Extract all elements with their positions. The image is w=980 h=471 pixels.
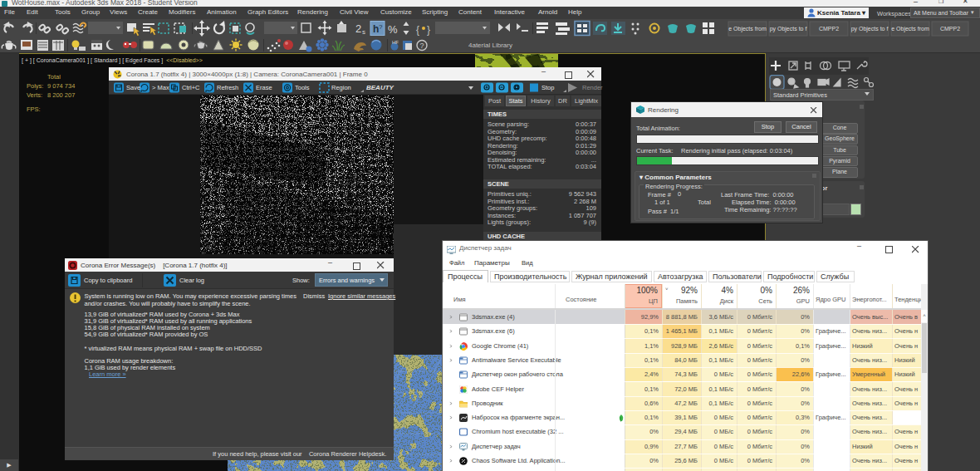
svg-text:2: 2 xyxy=(355,22,361,35)
svg-text:%: % xyxy=(388,23,398,36)
svg-text:py Objects to f: py Objects to f xyxy=(770,26,807,32)
svg-text:py Objects to f: py Objects to f xyxy=(851,26,889,32)
svg-text:s: s xyxy=(362,28,365,36)
svg-text:?: ? xyxy=(420,42,424,50)
svg-text:CMPP2: CMPP2 xyxy=(819,26,839,32)
svg-text:}: } xyxy=(427,24,430,36)
svg-text:{: { xyxy=(416,24,419,36)
svg-text:HF: HF xyxy=(392,40,399,45)
svg-text:e Objects from: e Objects from xyxy=(728,26,767,32)
svg-text:?: ? xyxy=(379,23,383,31)
svg-text:CMPP2: CMPP2 xyxy=(940,26,960,32)
svg-text:4aterial Library: 4aterial Library xyxy=(468,42,512,49)
svg-text:e Objects from: e Objects from xyxy=(891,26,929,32)
